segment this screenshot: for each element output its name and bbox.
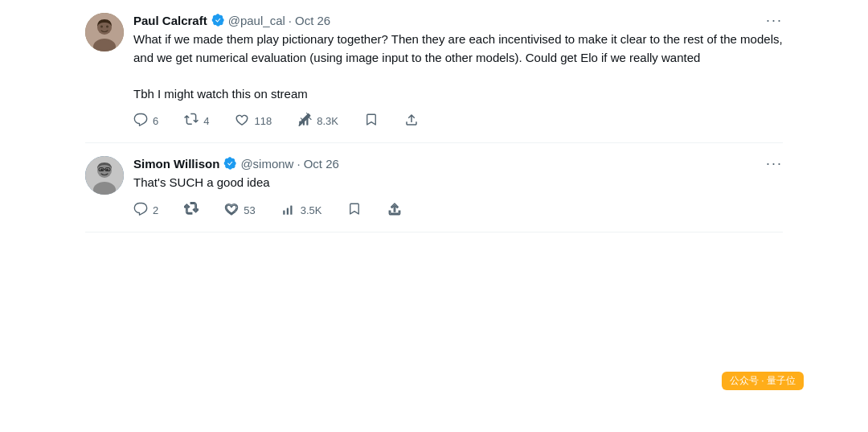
share-button[interactable] [404, 113, 419, 130]
tweet-header-left: Simon Willison @simonw · Oct 26 [133, 156, 339, 171]
tweet-item: Simon Willison @simonw · Oct 26 ··· That… [85, 143, 783, 232]
retweet-button[interactable] [184, 202, 199, 219]
tweet-actions: 2 53 [133, 202, 783, 219]
tweet-para-2: Tbh I might watch this on stream [133, 85, 783, 104]
like-button[interactable]: 53 [224, 202, 255, 219]
author-name: Simon Willison [133, 157, 219, 171]
analytics-count: 8.3K [317, 115, 338, 127]
tweet-para-1: That's SUCH a good idea [133, 174, 783, 192]
share-icon [387, 202, 402, 219]
tweet-feed: Paul Calcraft @paul_cal · Oct 26 ··· Wha… [72, 0, 796, 232]
reply-button[interactable]: 2 [133, 202, 158, 219]
like-icon [224, 202, 239, 219]
analytics-button[interactable]: 3.5K [281, 202, 322, 219]
bookmark-button[interactable] [347, 202, 362, 219]
svg-rect-18 [290, 205, 292, 214]
svg-rect-7 [306, 117, 308, 125]
retweet-icon [184, 202, 199, 219]
svg-point-4 [106, 26, 108, 28]
tweet-date: Oct 26 [295, 14, 330, 27]
dot-separator: · [297, 157, 300, 171]
retweet-count: 4 [203, 115, 209, 127]
more-options-button[interactable]: ··· [766, 13, 783, 27]
dot-separator: · [289, 14, 292, 27]
tweet-header-left: Paul Calcraft @paul_cal · Oct 26 [133, 13, 330, 27]
verified-icon [211, 13, 225, 27]
tweet-actions: 6 4 [133, 113, 783, 130]
reply-button[interactable]: 6 [133, 113, 158, 130]
reply-icon [133, 113, 148, 130]
author-handle: @paul_cal [228, 14, 285, 27]
reply-icon [133, 202, 148, 219]
tweet-item: Paul Calcraft @paul_cal · Oct 26 ··· Wha… [85, 0, 783, 143]
tweet-text: What if we made them play pictionary tog… [133, 31, 783, 103]
retweet-icon [184, 113, 199, 130]
bookmark-icon [364, 113, 379, 130]
watermark: 公众号 · 量子位 [722, 372, 804, 390]
retweet-button[interactable]: 4 [184, 113, 209, 130]
like-icon [235, 113, 249, 130]
svg-rect-16 [283, 210, 285, 214]
like-button[interactable]: 118 [235, 113, 272, 130]
tweet-para-1: What if we made them play pictionary tog… [133, 31, 783, 67]
svg-point-3 [100, 26, 103, 28]
like-count: 53 [244, 204, 255, 216]
svg-rect-17 [286, 208, 288, 214]
reply-count: 6 [153, 115, 158, 127]
reply-count: 2 [153, 204, 158, 216]
svg-rect-5 [299, 121, 301, 125]
like-count: 118 [254, 115, 272, 127]
tweet-content: Paul Calcraft @paul_cal · Oct 26 ··· Wha… [133, 13, 783, 130]
tweet-text: That's SUCH a good idea [133, 174, 783, 192]
analytics-button[interactable]: 8.3K [297, 113, 338, 130]
avatar [85, 13, 124, 51]
verified-icon [223, 156, 237, 171]
bookmark-icon [347, 202, 362, 219]
avatar [85, 156, 124, 195]
bookmark-button[interactable] [364, 113, 379, 130]
analytics-icon [281, 202, 296, 219]
analytics-icon [297, 113, 312, 130]
svg-rect-6 [303, 119, 305, 125]
tweet-content: Simon Willison @simonw · Oct 26 ··· That… [133, 156, 783, 219]
tweet-date: Oct 26 [304, 157, 339, 171]
author-name: Paul Calcraft [133, 14, 207, 27]
tweet-header: Simon Willison @simonw · Oct 26 ··· [133, 156, 783, 171]
author-handle: @simonw [240, 157, 293, 171]
share-icon [404, 113, 419, 130]
more-options-button[interactable]: ··· [766, 156, 783, 171]
analytics-count: 3.5K [301, 204, 322, 216]
share-button[interactable] [387, 202, 402, 219]
tweet-header: Paul Calcraft @paul_cal · Oct 26 ··· [133, 13, 783, 27]
